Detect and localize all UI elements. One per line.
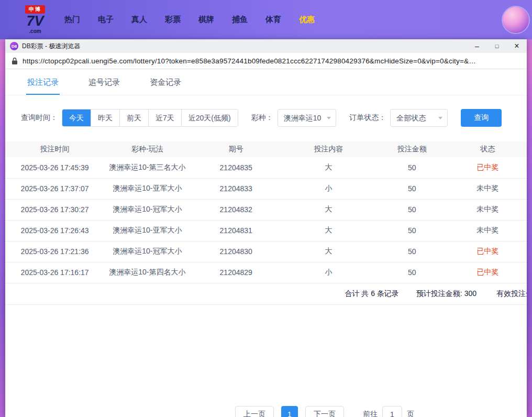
table-row: 2025-03-26 17:37:07澳洲幸运10-亚军大小21204833小5… [5,178,527,199]
window-controls: – □ × [467,39,527,53]
order-status-select[interactable]: 全部状态 [390,109,448,127]
minimize-button[interactable]: – [467,39,487,53]
time-option-5[interactable]: 近20天(低频) [181,109,238,126]
cell-status: 未中奖 [449,178,527,199]
cell-content: 大 [282,199,375,220]
app-icon: D8 [10,42,18,50]
pagination: 上一页 1 下一页 前往 页 [64,406,527,417]
browser-window: D8 DB彩票 - 极速浏览器 – □ × https://ctopcp02pc… [5,39,527,417]
filter-bar: 查询时间： 今天昨天前天近7天近20天(低频) 彩种： 澳洲幸运10 订单状态：… [21,109,527,127]
column-header: 投注金额 [375,141,448,157]
bet-records-table: 投注时间彩种-玩法期号投注内容投注金额状态 2025-03-26 17:45:3… [5,141,527,283]
search-button[interactable]: 查询 [461,109,502,127]
next-page-button[interactable]: 下一页 [305,406,344,417]
nav-item-4[interactable]: 彩票 [165,15,181,25]
time-option-2[interactable]: 昨天 [91,109,119,126]
table-row: 2025-03-26 17:30:27澳洲幸运10-冠军大小21204832大5… [5,199,527,220]
cell-amount: 50 [375,220,448,241]
table-row: 2025-03-26 17:16:17澳洲幸运10-第四名大小21204829小… [5,262,527,283]
tab-2[interactable]: 追号记录 [87,69,121,95]
cell-amount: 50 [375,178,448,199]
cell-issue: 21204833 [191,178,282,199]
goto-page-input[interactable] [382,406,402,417]
cell-content: 大 [282,220,375,241]
column-header: 彩种-玩法 [104,141,190,157]
cell-time: 2025-03-26 17:16:17 [5,262,104,283]
cell-time: 2025-03-26 17:21:36 [5,241,104,262]
url-bar[interactable]: https://ctopcp02pcali.uengi5e.com/lotter… [5,53,527,69]
nav-item-3[interactable]: 真人 [131,15,147,25]
cell-game: 澳洲幸运10-亚军大小 [104,220,190,241]
summary-total: 合计 共 6 条记录 [345,289,398,299]
cell-time: 2025-03-26 17:37:07 [5,178,104,199]
brand-logo[interactable]: 申博 7V .com [20,5,50,34]
column-header: 投注内容 [282,141,375,157]
brand-suffix: .com [29,29,41,34]
cell-issue: 21204831 [191,220,282,241]
lottery-select[interactable]: 澳洲幸运10 [278,109,337,127]
table-row: 2025-03-26 17:26:43澳洲幸运10-亚军大小21204831大5… [5,220,527,241]
current-page-button[interactable]: 1 [281,406,298,417]
cell-time: 2025-03-26 17:26:43 [5,220,104,241]
cell-amount: 50 [375,241,448,262]
nav-item-6[interactable]: 捕鱼 [232,15,248,25]
cell-time: 2025-03-26 17:45:39 [5,157,104,178]
time-option-3[interactable]: 前天 [119,109,148,126]
nav-item-8[interactable]: 优惠 [299,15,315,25]
column-header: 投注时间 [5,141,104,157]
window-titlebar: D8 DB彩票 - 极速浏览器 – □ × [5,39,527,53]
cell-issue: 21204832 [191,199,282,220]
nav-menu: 热门电子真人彩票棋牌捕鱼体育优惠 [56,15,324,25]
cell-game: 澳洲幸运10-冠军大小 [104,199,190,220]
summary-expected-amount: 预计投注金额: 300 [416,289,476,299]
cell-issue: 21204829 [191,262,282,283]
time-filter-label: 查询时间： [21,113,58,123]
summary-row: 合计 共 6 条记录 预计投注金额: 300 有效投注金额 [5,283,527,305]
order-status-select-value: 全部状态 [396,114,426,122]
cell-status: 已中奖 [449,157,527,178]
cell-status: 未中奖 [449,220,527,241]
nav-item-2[interactable]: 电子 [98,15,114,25]
cell-status: 已中奖 [449,262,527,283]
nav-item-1[interactable]: 热门 [64,15,80,25]
table-body: 2025-03-26 17:45:39澳洲幸运10-第三名大小21204835大… [5,157,527,283]
time-option-4[interactable]: 近7天 [148,109,181,126]
tab-3[interactable]: 资金记录 [149,69,182,95]
cell-game: 澳洲幸运10-第三名大小 [104,157,190,178]
column-header: 期号 [191,141,282,157]
cell-game: 澳洲幸运10-亚军大小 [104,178,190,199]
maximize-button[interactable]: □ [487,39,507,53]
close-button[interactable]: × [507,39,527,53]
cell-issue: 21204835 [191,157,282,178]
tab-1[interactable]: 投注记录 [26,69,60,95]
lock-icon [12,57,18,65]
time-option-1[interactable]: 今天 [62,109,91,126]
cell-amount: 50 [375,157,448,178]
nav-item-5[interactable]: 棋牌 [198,15,214,25]
cell-status: 已中奖 [449,241,527,262]
cell-amount: 50 [375,262,448,283]
lottery-select-value: 澳洲幸运10 [284,114,322,122]
avatar[interactable] [503,7,529,33]
table-row: 2025-03-26 17:21:36澳洲幸运10-冠军大小21204830大5… [5,241,527,262]
chevron-down-icon [327,117,331,119]
cell-content: 小 [282,262,375,283]
cell-game: 澳洲幸运10-冠军大小 [104,241,190,262]
brand-name: 7V [26,14,43,28]
nav-item-7[interactable]: 体育 [265,15,281,25]
cell-game: 澳洲幸运10-第四名大小 [104,262,190,283]
cell-content: 小 [282,178,375,199]
cell-status: 未中奖 [449,199,527,220]
cell-amount: 50 [375,199,448,220]
column-header: 状态 [449,141,527,157]
chevron-down-icon [438,117,442,119]
time-range-group: 今天昨天前天近7天近20天(低频) [62,109,238,127]
cell-content: 大 [282,157,375,178]
goto-page-label: 前往 [363,410,378,417]
page-content: 投注记录追号记录资金记录 查询时间： 今天昨天前天近7天近20天(低频) 彩种：… [5,69,527,417]
order-status-filter-label: 订单状态： [349,113,386,123]
table-header-row: 投注时间彩种-玩法期号投注内容投注金额状态 [5,141,527,157]
prev-page-button[interactable]: 上一页 [235,406,274,417]
tabs: 投注记录追号记录资金记录 [5,69,527,95]
table-row: 2025-03-26 17:45:39澳洲幸运10-第三名大小21204835大… [5,157,527,178]
